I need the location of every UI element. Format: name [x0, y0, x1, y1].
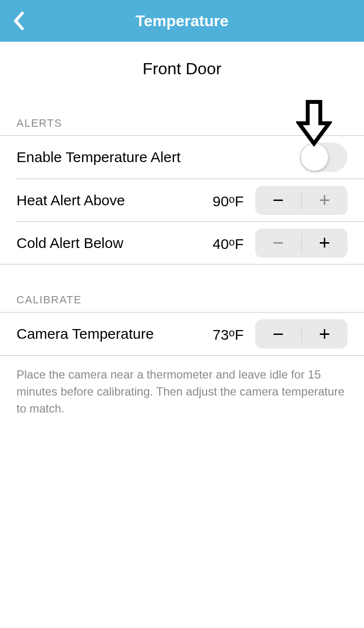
back-button[interactable] — [4, 6, 33, 35]
calibrate-section-header: CALIBRATE — [0, 264, 364, 312]
camera-temperature-decrement-button[interactable]: − — [255, 319, 301, 348]
camera-temperature-label: Camera Temperature — [17, 326, 200, 342]
annotation-down-arrow-icon — [296, 100, 332, 149]
heat-alert-increment-button[interactable]: + — [302, 186, 348, 215]
device-name: Front Door — [0, 42, 364, 88]
enable-temperature-alert-label: Enable Temperature Alert — [17, 149, 300, 165]
cold-alert-increment-button[interactable]: + — [302, 229, 348, 258]
minus-icon: − — [273, 232, 284, 254]
minus-icon: − — [273, 323, 284, 345]
plus-icon: + — [319, 232, 330, 254]
cold-alert-label: Cold Alert Below — [17, 235, 200, 251]
heat-alert-row: Heat Alert Above 90oF − + — [17, 179, 364, 221]
cold-alert-value: 40oF — [200, 234, 244, 252]
camera-temperature-value: 73oF — [200, 325, 244, 343]
heat-alert-decrement-button[interactable]: − — [255, 186, 301, 215]
minus-icon: − — [273, 189, 284, 211]
plus-icon: + — [319, 189, 330, 211]
plus-icon: + — [319, 323, 330, 345]
heat-alert-label: Heat Alert Above — [17, 192, 200, 209]
navbar: Temperature — [0, 0, 364, 42]
calibrate-footnote: Place the camera near a thermometer and … — [0, 356, 364, 428]
calibrate-list: Camera Temperature 73oF − + — [0, 312, 364, 356]
cold-alert-row: Cold Alert Below 40oF − + — [17, 221, 364, 264]
camera-temperature-row: Camera Temperature 73oF − + — [0, 313, 364, 355]
cold-alert-decrement-button[interactable]: − — [255, 229, 301, 258]
chevron-left-icon — [13, 11, 24, 31]
alerts-list: Enable Temperature Alert Heat Alert Abov… — [0, 135, 364, 264]
page-title: Temperature — [0, 12, 364, 30]
camera-temperature-increment-button[interactable]: + — [302, 319, 348, 348]
cold-alert-stepper: − + — [255, 229, 347, 258]
camera-temperature-stepper: − + — [255, 319, 347, 348]
heat-alert-value: 90oF — [200, 191, 244, 210]
heat-alert-stepper: − + — [255, 186, 347, 215]
